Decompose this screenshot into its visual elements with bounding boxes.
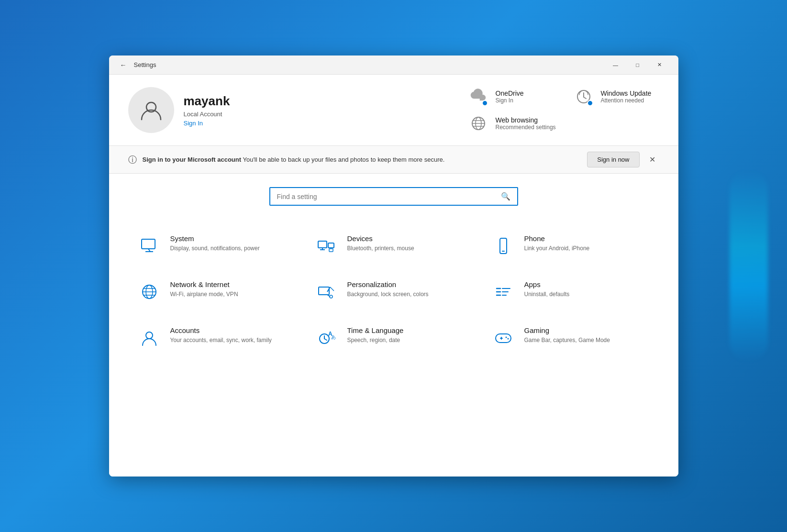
windows-update-dot bbox=[587, 100, 593, 106]
settings-grid: System Display, sound, notifications, po… bbox=[128, 223, 659, 361]
time-icon: A あ bbox=[315, 326, 338, 349]
maximize-button[interactable]: □ bbox=[627, 57, 649, 73]
personalization-text: Personalization Background, lock screen,… bbox=[347, 280, 429, 299]
accounts-text: Accounts Your accounts, email, sync, wor… bbox=[170, 326, 272, 344]
windows-update-icon-wrap bbox=[573, 86, 594, 107]
svg-point-43 bbox=[507, 338, 509, 340]
setting-phone[interactable]: Phone Link your Android, iPhone bbox=[482, 223, 659, 269]
time-text: Time & Language Speech, region, date bbox=[347, 326, 404, 344]
notif-close-button[interactable]: ✕ bbox=[645, 153, 659, 166]
web-browsing-card[interactable]: Web browsing Recommended settings bbox=[468, 113, 556, 134]
user-signin-link[interactable]: Sign In bbox=[184, 120, 230, 127]
apps-text: Apps Uninstall, defaults bbox=[524, 280, 570, 299]
header-cards: OneDrive Sign In bbox=[468, 86, 659, 134]
windows-update-text: Windows Update Attention needed bbox=[601, 89, 652, 104]
web-browsing-text: Web browsing Recommended settings bbox=[496, 116, 556, 131]
accounts-subtitle: Your accounts, email, sync, work, family bbox=[170, 336, 272, 344]
username: mayank bbox=[184, 94, 230, 109]
system-text: System Display, sound, notifications, po… bbox=[170, 234, 260, 253]
setting-personalization[interactable]: Personalization Background, lock screen,… bbox=[305, 269, 482, 315]
web-browsing-title: Web browsing bbox=[496, 116, 556, 124]
gaming-icon bbox=[492, 326, 515, 349]
card-row-1: OneDrive Sign In bbox=[468, 86, 659, 107]
notif-normal-text: You'll be able to back up your files and… bbox=[241, 156, 444, 163]
system-title: System bbox=[170, 234, 260, 243]
onedrive-title: OneDrive bbox=[496, 89, 524, 97]
title-bar: ← Settings — □ ✕ bbox=[109, 55, 678, 75]
back-button[interactable]: ← bbox=[117, 58, 130, 72]
notif-bold-text: Sign in to your Microsoft account bbox=[143, 156, 242, 163]
setting-devices[interactable]: Devices Bluetooth, printers, mouse bbox=[305, 223, 482, 269]
svg-rect-10 bbox=[318, 241, 327, 248]
window-controls: — □ ✕ bbox=[605, 57, 671, 73]
apps-title: Apps bbox=[524, 280, 570, 288]
search-wrap: 🔍 bbox=[128, 187, 659, 206]
setting-network[interactable]: Network & Internet Wi-Fi, airplane mode,… bbox=[128, 269, 305, 315]
account-type: Local Account bbox=[184, 111, 230, 118]
devices-title: Devices bbox=[347, 234, 414, 243]
svg-text:あ: あ bbox=[331, 334, 336, 340]
phone-subtitle: Link your Android, iPhone bbox=[524, 244, 590, 253]
search-icon[interactable]: 🔍 bbox=[501, 192, 510, 201]
time-subtitle: Speech, region, date bbox=[347, 336, 404, 344]
windows-update-card[interactable]: Windows Update Attention needed bbox=[573, 86, 659, 107]
onedrive-icon-wrap bbox=[468, 86, 489, 107]
personalization-title: Personalization bbox=[347, 280, 429, 288]
apps-icon bbox=[492, 280, 515, 303]
time-title: Time & Language bbox=[347, 326, 404, 334]
personalization-icon bbox=[315, 280, 338, 303]
info-icon: ⓘ bbox=[128, 154, 137, 166]
setting-system[interactable]: System Display, sound, notifications, po… bbox=[128, 223, 305, 269]
system-subtitle: Display, sound, notifications, power bbox=[170, 244, 260, 253]
notification-text: Sign in to your Microsoft account You'll… bbox=[143, 156, 582, 163]
web-browsing-icon-wrap bbox=[468, 113, 489, 134]
devices-subtitle: Bluetooth, printers, mouse bbox=[347, 244, 414, 253]
setting-time[interactable]: A あ Time & Language Speech, region, date bbox=[305, 315, 482, 361]
accounts-icon bbox=[138, 326, 161, 349]
window-title: Settings bbox=[134, 61, 605, 68]
gaming-subtitle: Game Bar, captures, Game Mode bbox=[524, 336, 610, 344]
svg-rect-7 bbox=[142, 239, 155, 249]
notif-signin-button[interactable]: Sign in now bbox=[587, 152, 639, 167]
phone-text: Phone Link your Android, iPhone bbox=[524, 234, 590, 253]
onedrive-text: OneDrive Sign In bbox=[496, 89, 524, 104]
decorative-glow bbox=[730, 170, 768, 362]
globe-icon bbox=[470, 115, 487, 132]
windows-update-subtitle: Attention needed bbox=[601, 97, 652, 104]
svg-point-33 bbox=[146, 332, 153, 339]
svg-rect-39 bbox=[496, 334, 511, 343]
svg-rect-14 bbox=[329, 249, 333, 252]
close-button[interactable]: ✕ bbox=[649, 57, 671, 73]
devices-text: Devices Bluetooth, printers, mouse bbox=[347, 234, 414, 253]
onedrive-card[interactable]: OneDrive Sign In bbox=[468, 86, 554, 107]
setting-accounts[interactable]: Accounts Your accounts, email, sync, wor… bbox=[128, 315, 305, 361]
notification-banner: ⓘ Sign in to your Microsoft account You'… bbox=[109, 146, 678, 174]
network-icon bbox=[138, 280, 161, 303]
setting-gaming[interactable]: Gaming Game Bar, captures, Game Mode bbox=[482, 315, 659, 361]
phone-title: Phone bbox=[524, 234, 590, 243]
header-section: mayank Local Account Sign In OneDrive bbox=[109, 75, 678, 146]
network-subtitle: Wi-Fi, airplane mode, VPN bbox=[170, 290, 238, 299]
settings-window: ← Settings — □ ✕ mayank Local Account Si… bbox=[109, 55, 678, 477]
windows-update-title: Windows Update bbox=[601, 89, 652, 97]
phone-icon bbox=[492, 234, 515, 257]
network-text: Network & Internet Wi-Fi, airplane mode,… bbox=[170, 280, 238, 299]
search-input[interactable] bbox=[277, 193, 496, 200]
accounts-title: Accounts bbox=[170, 326, 272, 334]
setting-apps[interactable]: Apps Uninstall, defaults bbox=[482, 269, 659, 315]
svg-line-24 bbox=[330, 287, 334, 291]
web-browsing-subtitle: Recommended settings bbox=[496, 124, 556, 131]
user-info: mayank Local Account Sign In bbox=[184, 94, 230, 127]
minimize-button[interactable]: — bbox=[605, 57, 627, 73]
avatar bbox=[128, 87, 174, 133]
svg-point-42 bbox=[505, 337, 507, 338]
main-content: 🔍 System Display, sound, notifications, … bbox=[109, 174, 678, 477]
onedrive-dot bbox=[482, 100, 488, 106]
personalization-subtitle: Background, lock screen, colors bbox=[347, 290, 429, 299]
search-box: 🔍 bbox=[269, 187, 518, 206]
gaming-text: Gaming Game Bar, captures, Game Mode bbox=[524, 326, 610, 344]
card-row-2: Web browsing Recommended settings bbox=[468, 113, 659, 134]
onedrive-subtitle: Sign In bbox=[496, 97, 524, 104]
svg-line-36 bbox=[324, 339, 327, 340]
apps-subtitle: Uninstall, defaults bbox=[524, 290, 570, 299]
